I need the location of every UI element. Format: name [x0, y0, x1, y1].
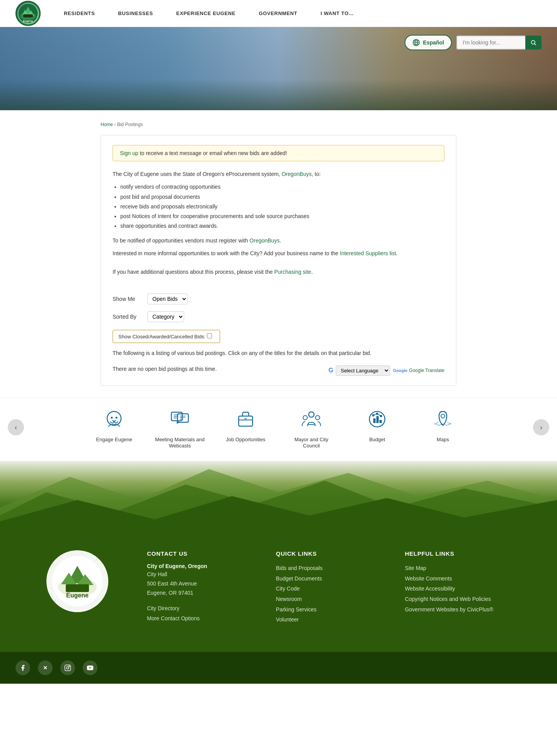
espanol-button[interactable]: Español	[405, 35, 452, 50]
show-me-label: Show Me	[113, 296, 140, 302]
nav-government[interactable]: GOVERNMENT	[259, 9, 297, 18]
job-opportunities-icon	[232, 406, 259, 433]
hero-banner: Español	[0, 27, 557, 110]
svg-point-31	[316, 415, 320, 420]
breadcrumb: Home › Bid Postings	[101, 122, 456, 127]
google-g-icon: G	[328, 367, 333, 374]
svg-rect-46	[66, 584, 89, 592]
questions-paragraph: If you have additional questions about t…	[113, 268, 444, 276]
footer-copyright[interactable]: Copyright Notices and Web Policies	[405, 594, 511, 604]
svg-text:Eugene: Eugene	[66, 592, 89, 599]
carousel-section: ‹ › Engage Eugene	[0, 398, 557, 462]
show-closed-label[interactable]: Show Closed/Awarded/Cancelled Bids:	[113, 330, 220, 343]
carousel-item-job-opportunities[interactable]: Job Opportunities	[220, 406, 271, 450]
footer-city-hall: City Hall	[147, 570, 253, 579]
nav-residents[interactable]: RESIDENTS	[64, 9, 95, 18]
nav-i-want-to[interactable]: I WANT TO...	[321, 9, 354, 18]
footer-quick-links-col: QUICK LINKS Bids and Proposals Budget Do…	[276, 550, 381, 625]
svg-point-12	[531, 41, 535, 44]
youtube-icon[interactable]	[83, 660, 97, 675]
show-closed-checkbox[interactable]	[207, 333, 212, 338]
footer-parking[interactable]: Parking Services	[276, 604, 381, 615]
footer-quick-links-title: QUICK LINKS	[276, 550, 381, 557]
meeting-materials-icon	[166, 406, 193, 433]
svg-point-16	[116, 416, 118, 418]
breadcrumb-home[interactable]: Home	[101, 122, 113, 127]
footer-helpful-links-col: HELPFUL LINKS Site Map Website Comments …	[405, 550, 511, 614]
footer-site-map[interactable]: Site Map	[405, 563, 511, 573]
svg-point-37	[441, 414, 445, 418]
search-wrap	[456, 36, 542, 49]
site-logo[interactable]: Eugene	[15, 1, 41, 26]
show-me-select[interactable]: Open Bids	[147, 294, 188, 304]
search-button[interactable]	[525, 36, 542, 49]
mayor-city-council-icon	[298, 406, 325, 433]
translate-bar: G Select Language Google Google Translat…	[328, 365, 444, 376]
footer-helpful-links-title: HELPFUL LINKS	[405, 550, 511, 557]
language-select[interactable]: Select Language	[336, 365, 390, 376]
show-me-filter: Show Me Open Bids	[113, 294, 444, 304]
sorted-by-select[interactable]: Category	[147, 311, 184, 322]
footer-bids-proposals[interactable]: Bids and Proposals	[276, 563, 381, 573]
carousel-item-budget[interactable]: Budget	[352, 406, 402, 450]
footer-contact-col: CONTACT US City of Eugene, Oregon City H…	[147, 550, 253, 624]
translate-link[interactable]: Google Translate	[409, 368, 444, 373]
budget-icon	[364, 406, 391, 433]
footer-city-code[interactable]: City Code	[276, 584, 381, 594]
footer-website-comments[interactable]: Website Comments	[405, 573, 511, 584]
breadcrumb-separator: ›	[114, 122, 117, 127]
footer-newsroom[interactable]: Newsroom	[276, 594, 381, 604]
nav-experience[interactable]: EXPERIENCE EUGENE	[176, 9, 236, 18]
footer-city-state: Eugene, OR 97401	[147, 589, 253, 598]
footer-volunteer[interactable]: Volunteer	[276, 614, 381, 625]
carousel-item-maps[interactable]: Maps	[418, 406, 468, 450]
oregonbuys-link[interactable]: OregonBuys	[282, 171, 312, 177]
signup-banner-text: to receive a text message or email when …	[140, 150, 287, 156]
svg-text:Eugene: Eugene	[23, 20, 33, 23]
footer-mountains	[0, 461, 557, 531]
facebook-icon[interactable]	[15, 660, 30, 675]
footer-address: 500 East 4th Avenue	[147, 579, 253, 589]
signup-link[interactable]: Sign up	[120, 150, 138, 156]
nav-businesses[interactable]: BUSINESSES	[118, 9, 153, 18]
footer-website-accessibility[interactable]: Website Accessibility	[405, 584, 511, 594]
purchasing-link[interactable]: Purchasing site	[274, 269, 311, 275]
footer-budget-docs[interactable]: Budget Documents	[276, 573, 381, 584]
top-nav: Eugene RESIDENTS BUSINESSES EXPERIENCE E…	[0, 0, 557, 27]
footer-city-directory[interactable]: City Directory	[147, 603, 253, 614]
carousel-item-engage-eugene[interactable]: Engage Eugene	[89, 406, 139, 450]
footer-civicplus[interactable]: Government Websites by CivicPlus®	[405, 604, 511, 615]
sorted-by-label: Sorted By	[113, 314, 140, 320]
svg-point-50	[69, 666, 70, 667]
svg-point-15	[111, 416, 113, 418]
svg-rect-25	[239, 416, 253, 426]
oregonbuys-register-link[interactable]: OregonBuys	[249, 237, 280, 244]
social-bar: ✕	[0, 652, 557, 684]
main-content: Home › Bid Postings Sign up to receive a…	[93, 122, 464, 386]
list-item: receive bids and proposals electronicall…	[120, 202, 444, 212]
intro-paragraph: The City of Eugene uses the State of Ore…	[113, 170, 444, 178]
twitter-x-icon[interactable]: ✕	[38, 660, 53, 675]
suppliers-link[interactable]: Interested Suppliers list	[340, 250, 396, 256]
nav-items: RESIDENTS BUSINESSES EXPERIENCE EUGENE G…	[64, 9, 542, 18]
carousel-prev-button[interactable]: ‹	[8, 419, 24, 435]
show-closed-wrapper: Show Closed/Awarded/Cancelled Bids:	[113, 325, 444, 350]
show-closed-text: Show Closed/Awarded/Cancelled Bids:	[118, 334, 205, 340]
carousel-item-meeting-materials[interactable]: Meeting Materials and Webcasts	[155, 406, 205, 450]
carousel-item-mayor-city-council[interactable]: Mayor and City Council	[286, 406, 337, 450]
carousel-items: Engage Eugene	[0, 406, 557, 450]
footer-more-contact[interactable]: More Contact Options	[147, 613, 253, 624]
carousel-label-mayor-city-council: Mayor and City Council	[286, 437, 337, 450]
intro-list: notify vendors of contracting opportunit…	[120, 182, 444, 231]
carousel-label-budget: Budget	[369, 437, 385, 443]
list-item: share opportunities and contract awards.	[120, 221, 444, 231]
engage-eugene-icon	[101, 406, 128, 433]
carousel-next-button[interactable]: ›	[533, 419, 549, 435]
instagram-icon[interactable]	[60, 660, 75, 675]
espanol-label: Español	[423, 39, 444, 46]
svg-rect-5	[23, 14, 33, 17]
signup-banner: Sign up to receive a text message or ema…	[113, 145, 444, 161]
carousel-label-meeting-materials: Meeting Materials and Webcasts	[155, 437, 205, 450]
svg-line-13	[535, 44, 536, 45]
breadcrumb-current: Bid Postings	[117, 122, 143, 127]
